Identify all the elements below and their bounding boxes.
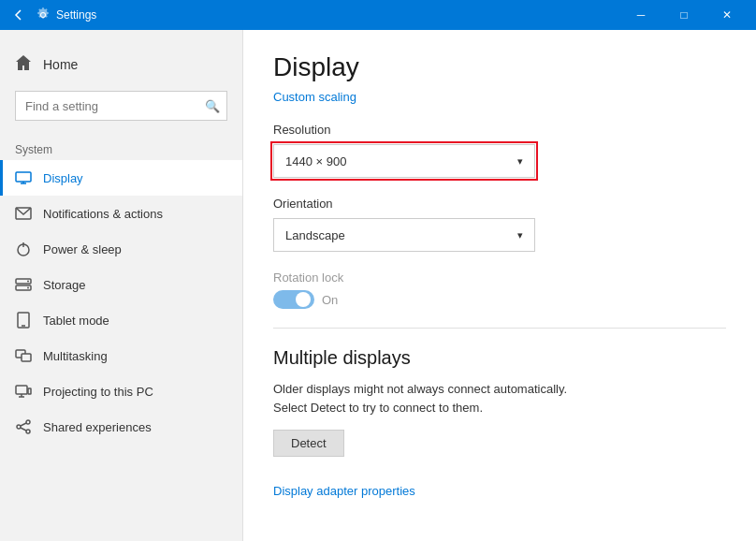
resolution-dropdown-wrapper: 1440 × 900 ▾ (273, 144, 726, 178)
svg-point-9 (27, 287, 29, 289)
sidebar-item-shared[interactable]: Shared experiences (0, 409, 242, 445)
orientation-section: Orientation Landscape ▾ (273, 197, 726, 252)
svg-rect-0 (16, 172, 31, 182)
search-input[interactable] (15, 91, 227, 121)
maximize-button[interactable]: □ (662, 0, 705, 30)
svg-rect-17 (28, 388, 31, 394)
notifications-icon (15, 205, 32, 222)
orientation-dropdown[interactable]: Landscape ▾ (273, 218, 535, 252)
rotation-lock-label: Rotation lock (273, 270, 726, 285)
search-icon: 🔍 (205, 99, 220, 113)
home-icon (15, 54, 32, 74)
shared-icon (15, 418, 32, 435)
resolution-section: Resolution 1440 × 900 ▾ (273, 123, 726, 178)
resolution-dropdown[interactable]: 1440 × 900 ▾ (273, 144, 535, 178)
power-icon (15, 241, 32, 257)
storage-icon (15, 276, 32, 293)
sidebar-notifications-label: Notifications & actions (43, 207, 163, 221)
svg-point-8 (27, 281, 29, 283)
projecting-icon (15, 383, 32, 400)
back-button[interactable] (7, 4, 30, 26)
sidebar-item-tablet[interactable]: Tablet mode (0, 302, 242, 338)
svg-point-19 (17, 425, 21, 429)
rotation-lock-toggle[interactable] (273, 290, 314, 309)
svg-point-18 (26, 420, 30, 424)
multiple-displays-title: Multiple displays (273, 347, 726, 369)
orientation-dropdown-wrapper: Landscape ▾ (273, 218, 726, 252)
sidebar-multitasking-label: Multitasking (43, 349, 108, 363)
sidebar-item-projecting[interactable]: Projecting to this PC (0, 373, 242, 409)
home-label: Home (43, 57, 78, 72)
sidebar-section-label: System (0, 136, 242, 160)
orientation-label: Orientation (273, 197, 726, 211)
resolution-label: Resolution (273, 123, 726, 137)
rotation-lock-section: Rotation lock On (273, 270, 726, 309)
close-button[interactable]: ✕ (705, 0, 749, 30)
sidebar-display-label: Display (43, 171, 83, 185)
sidebar-item-home[interactable]: Home (0, 45, 242, 83)
sidebar: Home 🔍 System Display (0, 30, 243, 541)
orientation-value: Landscape (285, 228, 345, 242)
titlebar: Settings ─ □ ✕ (0, 0, 756, 30)
sidebar-search: 🔍 (15, 91, 227, 121)
custom-scaling-link[interactable]: Custom scaling (273, 90, 726, 104)
svg-point-20 (26, 430, 30, 433)
sidebar-item-display[interactable]: Display (0, 160, 242, 196)
multiple-displays-desc: Older displays might not always connect … (273, 380, 601, 417)
multitasking-icon (15, 347, 32, 364)
rotation-lock-toggle-row: On (273, 290, 726, 309)
resolution-value: 1440 × 900 (285, 154, 346, 168)
orientation-dropdown-arrow: ▾ (517, 229, 523, 241)
sidebar-tablet-label: Tablet mode (43, 314, 109, 328)
sidebar-projecting-label: Projecting to this PC (43, 385, 153, 399)
tablet-icon (15, 312, 32, 329)
minimize-button[interactable]: ─ (619, 0, 662, 30)
sidebar-item-multitasking[interactable]: Multitasking (0, 338, 242, 373)
svg-line-21 (21, 423, 26, 426)
sidebar-storage-label: Storage (43, 278, 86, 292)
sidebar-shared-label: Shared experiences (43, 420, 152, 434)
sidebar-item-power[interactable]: Power & sleep (0, 231, 242, 267)
multiple-displays-section: Multiple displays Older displays might n… (273, 347, 726, 472)
display-adapter-link[interactable]: Display adapter properties (273, 484, 415, 498)
toggle-knob (296, 292, 311, 307)
detect-button[interactable]: Detect (273, 430, 344, 457)
resolution-dropdown-arrow: ▾ (517, 155, 523, 168)
rotation-lock-state: On (322, 293, 338, 307)
content-area: Display Custom scaling Resolution 1440 ×… (243, 30, 756, 541)
display-icon (15, 169, 32, 186)
app-body: Home 🔍 System Display (0, 30, 756, 541)
divider (273, 328, 726, 329)
page-title: Display (273, 52, 726, 82)
titlebar-title: Settings (56, 8, 619, 22)
svg-rect-14 (16, 386, 27, 394)
sidebar-power-label: Power & sleep (43, 242, 122, 256)
svg-line-22 (21, 428, 26, 431)
settings-icon (36, 7, 51, 22)
window-controls: ─ □ ✕ (619, 0, 749, 30)
svg-rect-13 (22, 354, 31, 361)
sidebar-item-storage[interactable]: Storage (0, 267, 242, 302)
sidebar-item-notifications[interactable]: Notifications & actions (0, 196, 242, 231)
